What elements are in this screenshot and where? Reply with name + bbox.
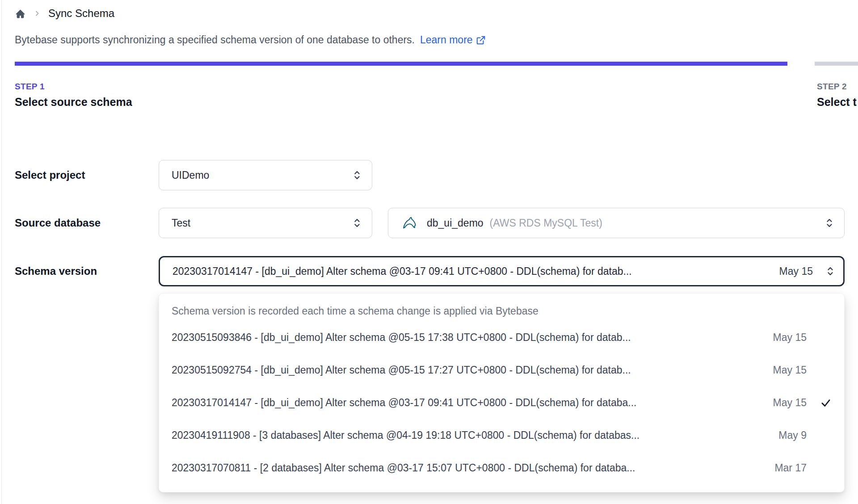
schema-version-option[interactable]: 20230317070811 - [2 databases] Alter sch… (172, 452, 832, 484)
schema-version-label: Schema version (15, 265, 159, 277)
environment-select[interactable]: Test (159, 208, 372, 238)
option-date: May 15 (773, 397, 807, 409)
schema-version-date: May 15 (779, 265, 813, 277)
option-text: 20230515093846 - [db_ui_demo] Alter sche… (172, 332, 631, 344)
database-name: db_ui_demo (427, 217, 484, 229)
schema-version-option[interactable]: 20230515092754 - [db_ui_demo] Alter sche… (172, 354, 832, 386)
step1-title: Select source schema (15, 96, 132, 109)
external-link-icon (476, 35, 486, 45)
schema-version-value: 20230317014147 - [db_ui_demo] Alter sche… (172, 265, 632, 277)
option-text: 20230419111908 - [3 databases] Alter sch… (172, 429, 639, 441)
learn-more-link[interactable]: Learn more (420, 34, 486, 46)
schema-version-option[interactable]: 20230515093846 - [db_ui_demo] Alter sche… (172, 321, 832, 354)
option-date: May 15 (773, 364, 807, 376)
sidebar-divider (1, 0, 2, 504)
database-select[interactable]: db_ui_demo (AWS RDS MySQL Test) (388, 208, 845, 238)
step2-title: Select t (817, 96, 857, 109)
source-database-label: Source database (15, 217, 159, 229)
select-project-label: Select project (15, 169, 159, 181)
option-text: 20230317070811 - [2 databases] Alter sch… (172, 462, 635, 474)
schema-version-row: Schema version 20230317014147 - [db_ui_d… (15, 256, 845, 286)
environment-select-value: Test (172, 217, 190, 229)
page-title: Sync Schema (48, 7, 114, 20)
option-date: May 15 (773, 332, 807, 344)
step1-progress-bar (15, 62, 787, 66)
description-text: Bytebase supports synchronizing a specif… (15, 34, 415, 46)
select-project-row: Select project UIDemo (15, 160, 372, 190)
schema-version-option[interactable]: 20230419111908 - [3 databases] Alter sch… (172, 419, 832, 452)
learn-more-label[interactable]: Learn more (420, 34, 473, 46)
page-description: Bytebase supports synchronizing a specif… (15, 34, 486, 46)
home-icon[interactable] (15, 8, 26, 19)
schema-version-option-selected[interactable]: 20230317014147 - [db_ui_demo] Alter sche… (172, 386, 832, 419)
selector-icon (824, 265, 836, 277)
selector-icon (351, 217, 363, 229)
source-database-row: Source database Test db_ui_demo (AWS RDS… (15, 208, 845, 238)
option-date: May 9 (778, 429, 807, 441)
schema-version-dropdown: Schema version is recorded each time a s… (159, 293, 845, 492)
step1-label: STEP 1 (15, 82, 132, 92)
project-select-value: UIDemo (172, 169, 209, 181)
option-date: Mar 17 (774, 462, 807, 474)
selector-icon (351, 169, 363, 181)
breadcrumb: Sync Schema (15, 7, 114, 20)
option-text: 20230515092754 - [db_ui_demo] Alter sche… (172, 364, 631, 376)
step2-label: STEP 2 (817, 82, 857, 92)
mysql-icon (401, 214, 420, 232)
step1-header: STEP 1 Select source schema (15, 82, 132, 109)
schema-version-select[interactable]: 20230317014147 - [db_ui_demo] Alter sche… (159, 256, 845, 286)
check-icon (807, 397, 832, 409)
option-text: 20230317014147 - [db_ui_demo] Alter sche… (172, 397, 636, 409)
project-select[interactable]: UIDemo (159, 160, 372, 190)
step2-progress-bar (815, 62, 858, 66)
step2-header: STEP 2 Select t (817, 82, 857, 109)
database-engine: (AWS RDS MySQL Test) (490, 217, 602, 229)
selector-icon (824, 217, 835, 229)
chevron-right-icon (34, 10, 41, 17)
dropdown-hint: Schema version is recorded each time a s… (172, 303, 832, 319)
